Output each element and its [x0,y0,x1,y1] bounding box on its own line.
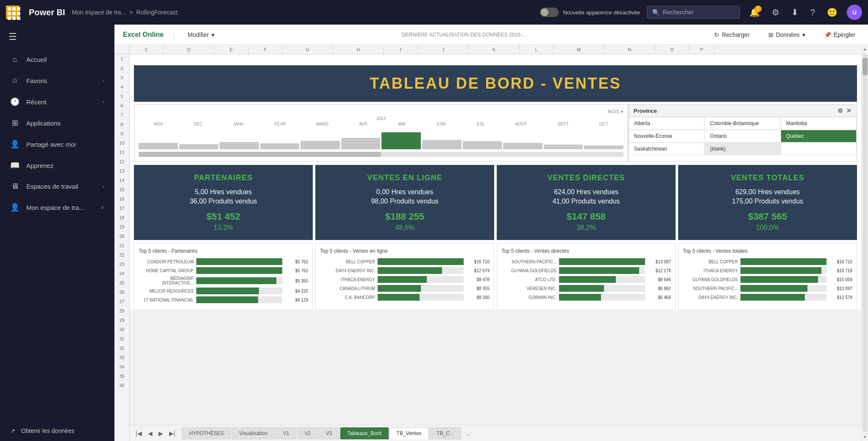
top5-t-val-1: $16 710 [829,260,852,264]
row-4: 4 [114,82,129,92]
col-l: L [520,45,554,54]
top5-p-val-3: $5 350 [285,279,308,283]
epingler-button[interactable]: 📌 Épingler [820,30,860,40]
star-icon: ☆ [10,76,19,85]
scroll-down-arrow[interactable]: ▼ [861,433,868,441]
col-h: H [333,45,384,54]
sidebar-item-recent[interactable]: 🕐 Récent › [0,91,114,112]
sidebar-item-favoris[interactable]: ☆ Favoris › [0,70,114,91]
appearance-toggle[interactable]: Nouvelle apparence désactivée [540,8,640,17]
tab-hypotheses[interactable]: HYPOTHÈSES [182,427,231,439]
download-button[interactable]: ⬇ [789,5,801,20]
content-area: Excel Online Modifier ▾ DERNIÈRE ACTUALI… [114,25,868,441]
province-nouvelle-ecosse[interactable]: Nouvelle-Écosse [629,130,704,142]
sidebar-item-accueil[interactable]: ⌂ Accueil [0,49,114,70]
sheet-nav-first[interactable]: |◀ [133,429,145,438]
get-data-icon: ↗ [10,427,15,434]
tab-v3[interactable]: V3 [319,427,339,439]
chart-scrollbar[interactable] [139,152,623,157]
tab-tb-ventes[interactable]: TB_Ventes [389,427,429,439]
scroll-up-arrow[interactable]: ▲ [861,45,868,53]
waffle-menu-button[interactable] [6,6,19,19]
top5-d-bar-wrap-2 [559,267,645,274]
donnees-button[interactable]: ⊞ Données ▾ [764,30,810,40]
row-6: 6 [114,101,129,110]
mois-label[interactable]: MOIS ▾ [139,109,623,114]
search-box[interactable]: 🔍 Rechercher [647,6,740,19]
province-ontario[interactable]: Ontario [704,130,780,142]
empty-row-1 [130,54,861,64]
chevron-down-icon: ▾ [802,31,805,38]
toggle-track[interactable] [540,8,559,17]
tab-v1[interactable]: V1 [275,427,296,439]
province-quebec[interactable]: Québec [781,130,857,142]
col-g: G [282,45,333,54]
recharger-button[interactable]: ↻ Recharger [710,30,754,40]
user-avatar[interactable]: U [847,5,862,20]
sales-chart[interactable]: MOIS ▾ 2014 NOVDÉCJANVFÉVRMARSAVR MAIJUI… [134,104,628,162]
sheet-nav-last[interactable]: ▶| [167,429,178,438]
sidebar-toggle[interactable]: ☰ [0,25,114,49]
tab-visualisation[interactable]: Visualisation [232,427,275,439]
feedback-button[interactable]: 🙂 [824,5,840,20]
top5-e-name-5: C.A. BANCORP [320,295,375,300]
tab-tb-c[interactable]: TB_C... [429,427,461,439]
vertical-scrollbar[interactable]: ▲ ▼ [861,45,868,441]
sheet-body[interactable]: TABLEAU DE BORD - VENTES MOIS ▾ 2014 NOV… [130,54,861,425]
top5-t-item-5: DAY4 ENERGY INC. $12 579 [683,294,852,301]
search-placeholder: Rechercher [663,9,693,16]
breadcrumb-file[interactable]: RollingForecast [136,9,177,16]
settings-button[interactable]: ⚙ [769,5,782,20]
sidebar-item-apprenez[interactable]: 📖 Apprenez [0,155,114,176]
sidebar-item-partage[interactable]: 👤 Partagé avec moi [0,134,114,155]
more-tabs-button[interactable]: ... [462,427,476,439]
top5-e-bar-3 [378,276,427,283]
home-icon: ⌂ [10,55,19,64]
scroll-thumb[interactable] [862,58,868,75]
sheet-nav-next[interactable]: ▶ [156,429,166,438]
sidebar-item-label: Accueil [26,56,47,63]
close-filter-icon[interactable]: ✕ [846,107,851,114]
kpi-directes-title: VENTES DIRECTES [504,173,669,182]
top5-p-bar-1 [196,258,282,265]
get-data-button[interactable]: ↗ Obtenir les données [0,421,114,441]
province-manitoba[interactable]: Manitoba [781,117,857,130]
sidebar-item-espaces[interactable]: 🖥 Espaces de travail › [0,176,114,197]
top5-p-name-1: CONDOR PETROLEUM [139,260,194,264]
kpi-totales-amount: $387 565 [685,211,850,222]
notifications-button[interactable]: 🔔 2 [747,5,762,20]
tab-v2[interactable]: V2 [297,427,318,439]
province-saskatchewan[interactable]: Saskatchewan [629,142,704,155]
province-filter-title: Province [634,108,657,114]
filter-icons[interactable]: ⚙ ✕ [837,107,851,114]
province-alberta[interactable]: Alberta [629,117,704,130]
chart-filter-row: MOIS ▾ 2014 NOVDÉCJANVFÉVRMARSAVR MAIJUI… [134,104,857,162]
breadcrumb-workspace[interactable]: Mon espace de tra... [72,9,126,16]
dashboard-title: TABLEAU DE BORD - VENTES [134,75,857,92]
sidebar-item-applications[interactable]: ⊞ Applications [0,112,114,134]
top5-p-name-2: HOME CAPITAL GROUP [139,268,194,273]
province-blank[interactable]: (blank) [704,142,780,155]
help-button[interactable]: ? [808,5,818,20]
province-grid: Alberta Colombie-Britannique Manitoba No… [629,117,857,155]
row-16: 16 [114,194,129,204]
kpi-enligne-hours: 0,00 Hres vendues [322,188,487,196]
modifier-button[interactable]: Modifier ▾ [184,30,218,40]
top5-e-val-4: $8 355 [466,286,490,291]
row-21: 21 [114,241,129,250]
sidebar-item-mon-espace[interactable]: 👤 Mon espace de tra... ∨ [0,197,114,218]
kpi-partenaires-hours: 5,00 Hres vendues [141,188,306,196]
top5-d-bar-wrap-1 [559,258,645,265]
col-k: K [469,45,520,54]
filter-icon[interactable]: ⚙ [837,107,843,114]
top5-e-name-4: CANADA LITHIUM [320,286,375,291]
row-2: 2 [114,64,129,73]
province-colombie[interactable]: Colombie-Britannique [704,117,780,130]
scroll-track[interactable] [862,54,868,432]
top5-d-bar-wrap-5 [559,294,645,301]
chart-scrollbar-thumb [139,152,381,157]
tab-tableaux-bord[interactable]: Tableaux_Bord [340,427,389,439]
toggle-thumb [541,8,548,16]
sheet-nav-prev[interactable]: ◀ [145,429,155,438]
sidebar-item-label: Mon espace de tra... [26,204,84,211]
